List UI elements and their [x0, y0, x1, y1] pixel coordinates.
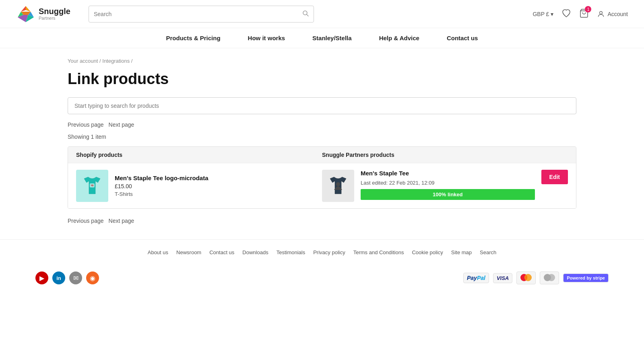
footer-downloads[interactable]: Downloads: [242, 249, 268, 255]
footer-testimonials[interactable]: Testimonials: [277, 249, 305, 255]
footer-sitemap[interactable]: Site map: [451, 249, 472, 255]
logo-icon: [16, 4, 35, 24]
next-page-bottom[interactable]: Next page: [109, 217, 134, 225]
svg-point-17: [548, 274, 555, 281]
snuggle-product-col: Men's Staple Tee Last edited: 22 Feb 202…: [322, 170, 568, 202]
linkedin-icon[interactable]: in: [52, 272, 65, 284]
breadcrumb: Your account / Integrations /: [68, 58, 576, 64]
svg-point-13: [336, 182, 340, 186]
footer-privacy[interactable]: Privacy policy: [313, 249, 345, 255]
footer-bottom: ▶ in ✉ ◉ PayPal VISA Powered by stripe: [0, 265, 644, 291]
footer-newsroom[interactable]: Newsroom: [176, 249, 201, 255]
search-input[interactable]: [94, 11, 299, 17]
visa-badge: VISA: [493, 273, 512, 283]
footer-links: About us Newsroom Contact us Downloads T…: [0, 239, 644, 265]
shopify-product-col: YD Men's Staple Tee logo-microdata £15.0…: [76, 170, 322, 202]
prev-page-bottom[interactable]: Previous page: [68, 217, 104, 225]
svg-marker-0: [21, 6, 26, 12]
currency-selector[interactable]: GBP £ ▾: [533, 11, 553, 17]
svg-marker-1: [26, 6, 31, 12]
search-bar[interactable]: [89, 6, 314, 23]
col-shopify-header: Shopify products: [76, 152, 322, 158]
table-row: YD Men's Staple Tee logo-microdata £15.0…: [68, 163, 576, 208]
paypal-badge: PayPal: [463, 273, 489, 283]
svg-text:YD: YD: [91, 184, 94, 187]
main-nav: Products & Pricing How it works Stanley/…: [0, 28, 644, 48]
snuggle-product-name: Men's Staple Tee: [361, 170, 535, 177]
footer-terms[interactable]: Terms and Conditions: [353, 249, 404, 255]
mastercard-badge: [516, 272, 536, 284]
search-icon: [302, 10, 309, 18]
site-header: Snuggle Partners GBP £ ▾: [0, 0, 644, 28]
cart-badge: 1: [585, 6, 591, 12]
nav-products-pricing[interactable]: Products & Pricing: [165, 35, 222, 41]
nav-help-advice[interactable]: Help & Advice: [378, 35, 421, 41]
account-link[interactable]: Account: [597, 10, 628, 18]
shopify-shirt-icon: YD: [80, 174, 104, 198]
chevron-down-icon: ▾: [551, 11, 553, 17]
showing-label: Showing 1 item: [68, 134, 576, 140]
footer-cookie[interactable]: Cookie policy: [412, 249, 443, 255]
email-icon[interactable]: ✉: [69, 272, 82, 284]
nav-contact-us[interactable]: Contact us: [445, 35, 480, 41]
pagination-top: Previous page Next page: [68, 121, 576, 129]
linked-bar: 100% linked: [361, 189, 535, 200]
breadcrumb-integrations[interactable]: Integrations: [102, 58, 130, 64]
product-search-input[interactable]: [68, 97, 576, 114]
payment-icons: PayPal VISA Powered by stripe: [463, 272, 609, 284]
wishlist-icon[interactable]: [561, 8, 571, 19]
nav-how-it-works[interactable]: How it works: [246, 35, 287, 41]
social-icons: ▶ in ✉ ◉: [35, 272, 99, 284]
col-snuggle-header: Snuggle Partners products: [322, 152, 568, 158]
breadcrumb-account[interactable]: Your account: [68, 58, 98, 64]
logo-sub: Partners: [39, 16, 70, 21]
page-title: Link products: [68, 70, 576, 88]
shopify-product-image: YD: [76, 170, 108, 202]
footer-contact[interactable]: Contact us: [209, 249, 234, 255]
svg-line-8: [307, 14, 308, 16]
logo[interactable]: Snuggle Partners: [16, 4, 80, 24]
stripe-badge: Powered by stripe: [563, 274, 609, 282]
footer-about[interactable]: About us: [148, 249, 168, 255]
product-table: Shopify products Snuggle Partners produc…: [68, 146, 576, 209]
snuggle-shirt-icon: [326, 174, 350, 198]
nav-stanley-stella[interactable]: Stanley/Stella: [311, 35, 353, 41]
main-content: Your account / Integrations / Link produ…: [32, 48, 612, 239]
footer-search[interactable]: Search: [480, 249, 496, 255]
svg-point-10: [600, 11, 603, 14]
snuggle-product-image: [322, 170, 354, 202]
pagination-bottom: Previous page Next page: [68, 217, 576, 225]
shopify-product-name: Men's Staple Tee logo-microdata: [115, 175, 208, 181]
rss-icon[interactable]: ◉: [86, 272, 99, 284]
account-label: Account: [607, 11, 628, 17]
mastercard2-badge: [540, 272, 559, 284]
logo-brand: Snuggle: [39, 7, 70, 16]
prev-page-top[interactable]: Previous page: [68, 121, 104, 129]
last-edited: Last edited: 22 Feb 2021, 12:09: [361, 180, 535, 186]
header-right: GBP £ ▾ 1 Account: [533, 8, 628, 19]
edit-button[interactable]: Edit: [541, 170, 568, 184]
shopify-product-category: T-Shirts: [115, 191, 208, 197]
account-icon: [597, 10, 605, 18]
shopify-product-price: £15.00: [115, 183, 208, 189]
table-header: Shopify products Snuggle Partners produc…: [68, 147, 576, 163]
currency-label: GBP £: [533, 11, 549, 17]
next-page-top[interactable]: Next page: [109, 121, 134, 129]
youtube-icon[interactable]: ▶: [35, 272, 48, 284]
cart-icon[interactable]: 1: [579, 8, 589, 19]
